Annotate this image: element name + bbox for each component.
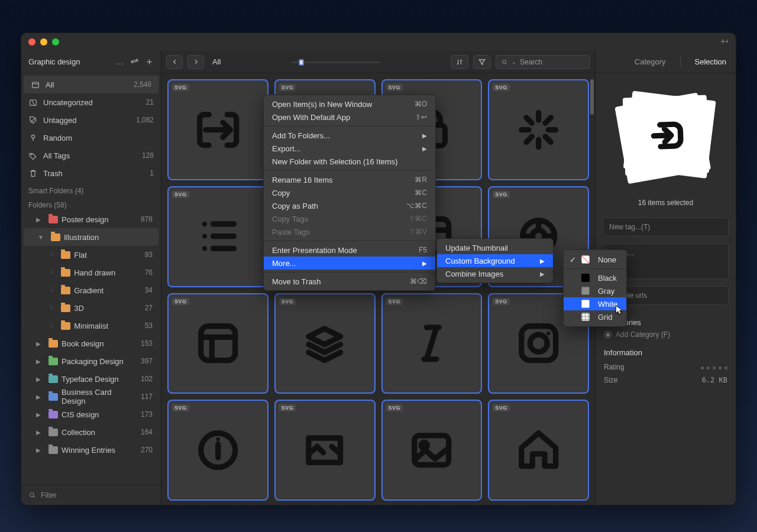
format-badge: SVG	[172, 404, 189, 411]
thumbnail[interactable]: SVG	[381, 293, 483, 394]
format-badge: SVG	[172, 191, 189, 198]
titlebar	[21, 33, 736, 51]
folder-row[interactable]: └Hand drawn76	[21, 264, 161, 281]
add-category-button[interactable]: + Add Category (F)	[596, 330, 736, 339]
sort-button[interactable]	[451, 55, 468, 69]
folder-label: Hand drawn	[74, 268, 141, 277]
disclosure-icon[interactable]: ▶	[35, 376, 41, 382]
bg-grid[interactable]: Grid	[564, 310, 626, 323]
sidebar-random[interactable]: Random	[21, 129, 161, 147]
folder-row[interactable]: ▶Poster design878	[21, 210, 161, 228]
search-scope-chevron-icon[interactable]: ⌄	[512, 59, 516, 65]
folder-label: Book design	[62, 339, 137, 348]
svg-rect-0	[33, 82, 39, 87]
thumbnail[interactable]: SVG	[381, 400, 483, 501]
folder-row[interactable]: ▶Typeface Design102	[21, 370, 161, 388]
folder-count: 153	[141, 339, 158, 348]
disclosure-icon[interactable]: ▶	[35, 447, 41, 453]
svg-rect-16	[522, 326, 556, 361]
folder-row[interactable]: ▶Book design153	[21, 335, 161, 352]
sm-custom-background[interactable]: Custom Background▶	[437, 254, 553, 267]
folder-row[interactable]: ▶Collection164	[21, 423, 161, 441]
cm-move-trash[interactable]: Move to Trash⌘⌫	[264, 275, 435, 288]
sidebar-all[interactable]: All 2,548	[24, 76, 158, 93]
selection-preview	[596, 73, 736, 197]
bg-white[interactable]: White	[564, 297, 626, 310]
disclosure-icon[interactable]: ▶	[35, 216, 41, 223]
nav-back-button[interactable]	[166, 55, 183, 69]
thumbnail[interactable]: SVG	[488, 400, 589, 501]
bg-gray[interactable]: Gray	[564, 284, 626, 297]
window-close[interactable]	[28, 38, 35, 46]
sidebar-filter[interactable]: Filter	[21, 485, 161, 505]
sidebar-untagged[interactable]: Untagged1,082	[21, 111, 161, 129]
thumbnail[interactable]: SVG	[488, 79, 589, 180]
folder-row[interactable]: ▶Winning Entries270	[21, 441, 161, 459]
sidebar-uncategorized[interactable]: Uncategorized21	[21, 93, 161, 111]
disclosure-icon[interactable]: ▶	[35, 411, 41, 418]
sm-update-thumbnail[interactable]: Update Thumbnail	[437, 241, 553, 254]
folder-row[interactable]: ▶Packaging Design397	[21, 352, 161, 370]
thumbnail[interactable]: SVG	[167, 186, 268, 287]
cm-presentation[interactable]: Enter Presentation ModeF5	[264, 244, 435, 257]
disclosure-icon[interactable]: ▶	[35, 429, 41, 436]
folder-row[interactable]: ▼Illustration	[24, 228, 158, 246]
disclosure-icon[interactable]: ▶	[35, 340, 41, 347]
thumbnail-size-slider[interactable]	[292, 58, 380, 66]
thumbnail[interactable]: SVG	[274, 400, 376, 501]
cm-export[interactable]: Export...▶	[264, 142, 435, 155]
folder-row[interactable]: ▶CIS design173	[21, 406, 161, 423]
disclosure-icon[interactable]: ▶	[35, 394, 41, 400]
filter-button[interactable]	[473, 55, 491, 69]
sm-combine-images[interactable]: Combine Images▶	[437, 267, 553, 280]
thumbnail[interactable]: SVG	[167, 293, 268, 394]
cm-open-new-window[interactable]: Open Item(s) in New Window⌘O	[264, 98, 435, 111]
folder-icon	[48, 216, 58, 223]
bg-black[interactable]: Black	[564, 271, 626, 284]
cm-open-default-app[interactable]: Open With Default App⇧↩	[264, 111, 435, 124]
thumbnail[interactable]: SVG	[274, 293, 376, 394]
swap-library-icon[interactable]	[130, 57, 139, 66]
folder-row[interactable]: └3D27	[21, 299, 161, 317]
folder-label: Illustration	[64, 233, 147, 242]
folder-row[interactable]: └Gradient34	[21, 281, 161, 299]
tab-selection[interactable]: Selection	[695, 57, 726, 66]
disclosure-icon[interactable]: ▶	[35, 358, 41, 365]
smart-folders-label[interactable]: Smart Folders (4)	[21, 182, 161, 196]
search-input[interactable]: ⌄ Search	[496, 55, 590, 69]
grid-scrollbar[interactable]	[590, 79, 594, 115]
cm-new-folder-selection[interactable]: New Folder with Selection (16 Items)	[264, 155, 435, 168]
folder-row[interactable]: └Flat93	[21, 246, 161, 264]
rating-control[interactable]	[698, 363, 727, 371]
library-more[interactable]: ...	[115, 57, 124, 66]
cm-copy[interactable]: Copy⌘C	[264, 186, 435, 199]
nav-forward-button[interactable]	[187, 55, 204, 69]
cm-more[interactable]: More...▶	[264, 257, 435, 270]
bg-none[interactable]: ✓None	[564, 253, 626, 266]
folder-row[interactable]: ▶Business Card Design117	[21, 388, 161, 406]
toolbar: All ⌄ Search	[161, 51, 595, 73]
folder-label: Flat	[74, 251, 141, 259]
folder-icon	[61, 269, 70, 277]
window-minimize[interactable]	[40, 38, 47, 46]
cm-rename[interactable]: Rename 16 Items⌘R	[264, 173, 435, 186]
folder-icon	[61, 322, 70, 330]
add-icon[interactable]	[145, 57, 154, 66]
sidebar-trash[interactable]: Trash1	[21, 164, 161, 182]
breadcrumb[interactable]: All	[209, 57, 221, 66]
folders-label[interactable]: Folders (58)	[21, 196, 161, 210]
folder-count: 397	[141, 357, 158, 365]
new-tag-input[interactable]: New tag...(T)	[603, 218, 729, 236]
disclosure-icon[interactable]: ▼	[38, 234, 44, 241]
sidebar-all-tags[interactable]: All Tags128	[21, 147, 161, 164]
cm-add-to-folders[interactable]: Add To Folders...▶	[264, 129, 435, 142]
pin-icon[interactable]	[720, 37, 729, 47]
thumbnail[interactable]: SVG	[167, 400, 268, 501]
thumbnail[interactable]: SVG	[167, 79, 268, 180]
tab-category[interactable]: Category	[635, 57, 666, 66]
cm-copy-path[interactable]: Copy as Path⌥⌘C	[264, 199, 435, 212]
window-zoom[interactable]	[52, 38, 59, 46]
format-badge: SVG	[279, 298, 296, 305]
sidebar-all-count: 2,548	[134, 80, 151, 89]
folder-row[interactable]: └Minimalist53	[21, 317, 161, 335]
